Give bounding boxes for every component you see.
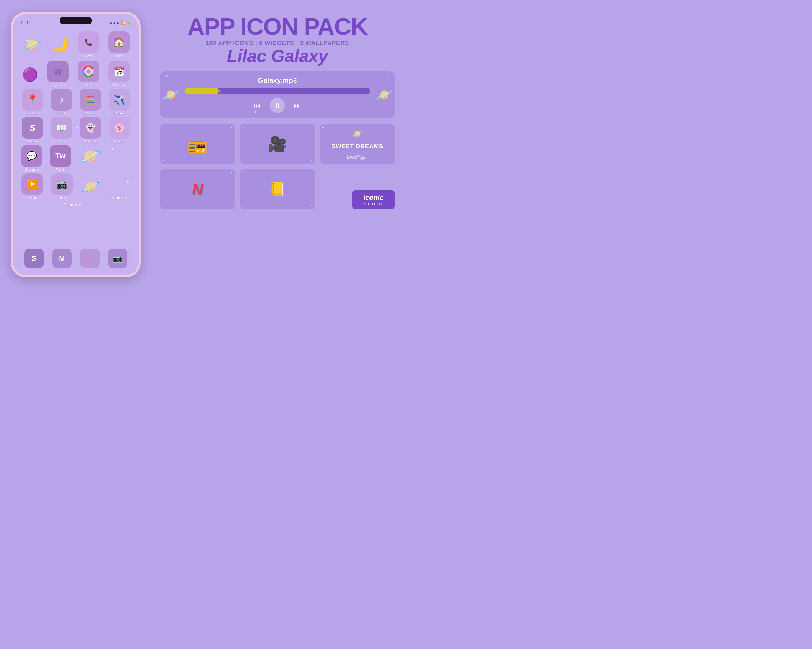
music-widget: ✦ ✦ ✦ 🪐 Galaxy.mp3 ★ ⏮ ⏸ ⏭ [160,71,395,118]
music-controls[interactable]: ⏮ ⏸ ⏭ [185,98,370,113]
video-icon: 🎥 [268,135,287,153]
app-item-telegram[interactable]: ✈️ Telegram [105,89,133,115]
widget-grid: 📻 ✦ ✦ 🎥 ✦ ✦ ✦ 🪐 SWEET DREAMS Loading... [160,124,395,210]
app-icon-kindle[interactable]: 📖 [50,117,72,139]
app-item[interactable]: 📞 Phone [78,31,99,57]
app-label-twitch: Twitch [56,168,65,171]
app-item-widgetsmith2[interactable]: Widgetsmith [108,173,130,199]
sweet-dreams-fill [324,152,344,153]
app-icon-widgetsmith2[interactable] [108,173,130,195]
next-button[interactable]: ⏭ [294,101,301,110]
app-label-widgetsmith2: Widgetsmith [111,196,128,199]
app-label-camera: Camera [56,196,67,199]
app-item[interactable]: W Widgetsmith [47,61,69,87]
widget-radio: 📻 ✦ ✦ [160,124,235,164]
music-title: Galaxy.mp3 [185,77,370,85]
music-planet-right: 🪐 [376,87,392,103]
app-label-messenger: Messenger [24,168,39,171]
dock-icon-gmail[interactable]: M [52,249,72,268]
dock-icon-shazam[interactable]: S [24,249,44,268]
pack-name: Lilac Galaxy [160,47,395,66]
app-item-location[interactable]: 📍 Location [18,89,46,115]
app-label-widgetsmith: Widgetsmith [50,83,66,87]
widget-video: 🎥 ✦ ✦ [240,124,315,164]
dock-icon-heart[interactable]: ♥ [80,249,99,268]
app-icon-calculator[interactable]: 🧮 [79,89,101,110]
dot-2 [75,204,77,206]
phone-widget-icon: 📒 [269,181,286,197]
app-icon-snapchat[interactable]: 👻 [79,117,101,139]
music-planet-left: 🪐 [162,87,179,103]
app-icon-phone[interactable]: 📞 [78,31,99,53]
app-icon-home[interactable]: 🏠 [108,31,130,53]
app-icon-tiktok[interactable]: ♪ [50,89,72,110]
app-icon-shazam[interactable]: S [21,117,43,139]
app-icon-camera[interactable]: 📷 [51,173,73,195]
app-item-photos[interactable]: 🌸 Photos [105,117,133,143]
app-item[interactable]: 🏠 Home [108,31,130,57]
sweet-dreams-title: SWEET DREAMS [331,143,383,150]
app-label-calendar: Calendar [113,83,125,87]
app-icon-messenger[interactable]: 💬 [21,145,43,167]
widget-sweet-dreams: ✦ 🪐 SWEET DREAMS Loading... [320,124,395,164]
prev-button[interactable]: ⏮ [253,101,261,110]
app-item-calculator[interactable]: 🧮 Calculator [76,89,104,115]
sweet-dreams-bar [324,152,391,153]
app-icon-location[interactable]: 📍 [21,89,43,110]
right-section: APP ICON PACK 180 APP ICONS | 6 WIDGETS … [160,12,395,210]
phone-app-area: ✦ ✦ ✦ ✦ ✦ ✦ ✦ ✦ ✦ 🪐 [13,28,139,245]
app-label-home: Home [115,54,123,57]
app-item-kindle[interactable]: 📖 kindle [47,117,75,143]
app-item[interactable]: Calendar [78,61,99,87]
app-icon-widgetsmith[interactable]: W [47,61,69,82]
phone-wrapper: 11:11 ▲▲▲ 📶 🔋 ✦ ✦ ✦ ✦ [11,12,151,277]
studio-badge: iconic STUDIO [352,190,395,210]
app-label-shazam: Shazam [27,140,38,143]
app-label-telegram: Telegram [113,112,125,115]
phone-notch [60,17,92,24]
app-item[interactable]: 📅 Calendar [108,61,130,87]
app-item-snapchat[interactable]: 👻 Snapchat [76,117,104,143]
subtitle: 180 APP ICONS | 6 WIDGETS | 3 WALLPAPERS [160,40,395,47]
app-label-photos: Photos [114,140,124,143]
svg-point-3 [86,69,91,73]
phone-time: 11:11 [21,20,31,25]
app-item-camera[interactable]: 📷 Camera [51,173,73,199]
page-dots [17,202,134,208]
app-icon-youtube[interactable]: ▶️ [21,173,43,195]
app-label-calculator: Calculator [84,112,97,115]
app-row-2: 📍 Location ♪ TikTok 🧮 [17,89,134,115]
app-label-kindle: kindle [57,140,65,143]
app-item-shazam[interactable]: S Shazam [18,117,46,143]
app-item-tiktok[interactable]: ♪ TikTok [47,89,75,115]
progress-bar: ★ [185,88,370,94]
dot-3 [79,204,81,206]
progress-star: ★ [217,89,221,94]
widget-phone: 📒 ✦ ✦ [240,169,315,210]
app-icon-twitch[interactable]: Tw [50,145,71,167]
main-title: APP ICON PACK [160,15,395,38]
play-button[interactable]: ⏸ [270,98,285,113]
progress-fill [185,88,218,94]
status-icons: ▲▲▲ 📶 🔋 [109,21,131,24]
app-item-twitch[interactable]: Tw Twitch [50,145,71,171]
loading-text: Loading... [347,155,368,160]
app-icon-photos[interactable]: 🌸 [108,117,130,139]
app-icon-telegram[interactable]: ✈️ [108,89,130,110]
phone-mockup: 11:11 ▲▲▲ 📶 🔋 ✦ ✦ ✦ ✦ [11,12,141,277]
app-label-phone: Phone [84,54,93,57]
app-icon-calendar[interactable]: 📅 [108,61,130,82]
app-item-messenger[interactable]: 💬 Messenger [21,145,43,171]
app-item-youtube[interactable]: ▶️ Youtube [21,173,43,199]
app-label-youtube: Youtube [27,196,38,199]
dot-1 [70,204,73,206]
signal-icon: ▲▲▲ [109,21,120,24]
app-label-location: Location [27,112,38,115]
dock-icon-camera[interactable]: 📷 [108,249,127,268]
svg-text:📞: 📞 [84,38,93,46]
app-label-chrome: Calendar [82,83,95,87]
status-bar: 11:11 ▲▲▲ 📶 🔋 [13,14,139,28]
battery-icon: 🔋 [127,21,131,24]
pause-icon: ⏸ [274,102,281,109]
app-icon-chrome[interactable] [78,61,99,82]
